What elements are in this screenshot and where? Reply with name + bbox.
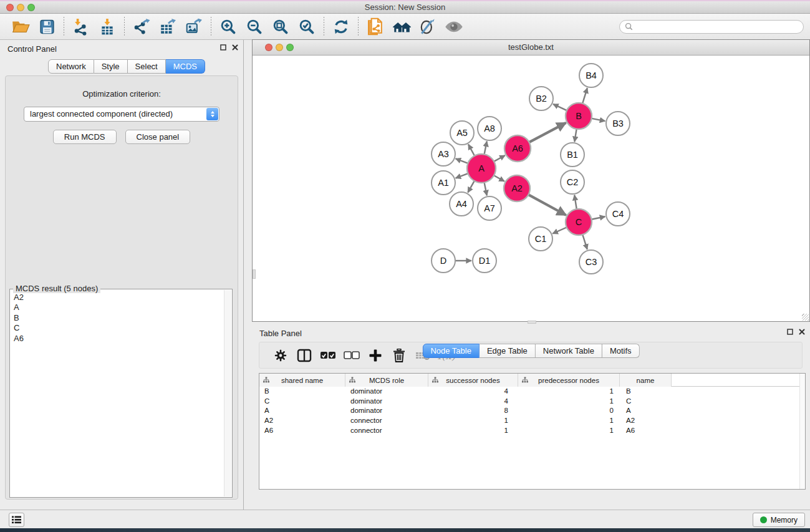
graph-node[interactable]: A8 [478,117,501,140]
tab-edge-table[interactable]: Edge Table [480,344,536,358]
tab-mcds[interactable]: MCDS [166,59,205,74]
open-session-button[interactable] [7,16,34,38]
zoom-window-button[interactable] [27,4,35,11]
zoom-selected-button[interactable] [294,16,320,38]
network-from-file-button[interactable] [362,16,388,38]
close-window-button[interactable] [6,4,14,11]
horizontal-scrollbar-thumb[interactable] [528,321,536,324]
eye-icon [444,19,464,35]
graph-node[interactable]: B3 [606,112,630,135]
result-scrollbar[interactable] [224,290,231,496]
graph-edge[interactable] [553,104,567,110]
graph-edge[interactable] [582,88,587,104]
zoom-fit-button[interactable] [268,16,294,38]
graph-node[interactable]: A7 [478,196,501,220]
graph-edge[interactable] [494,175,504,181]
graph-node[interactable]: C3 [579,250,603,274]
graph-node[interactable]: B1 [561,143,584,167]
select-all-button[interactable] [316,344,340,367]
close-panel-icon[interactable] [799,329,805,335]
graph-edge[interactable] [529,123,566,142]
graph-node[interactable]: A [467,154,496,183]
graph-node[interactable]: D1 [473,249,496,273]
graph-node-label: A [478,163,485,173]
graph-node[interactable]: A5 [450,121,474,145]
show-column-button[interactable] [292,344,316,367]
float-panel-icon[interactable] [787,329,793,335]
deselect-all-button[interactable] [340,344,364,367]
graph-node-label: A4 [456,199,467,209]
graph-edge[interactable] [485,183,487,196]
import-table-button[interactable] [94,16,120,38]
graph-edge[interactable] [456,158,468,163]
export-table-button[interactable] [155,16,181,38]
tab-network-table[interactable]: Network Table [536,344,602,358]
export-network-button[interactable] [128,16,155,38]
graph-edge[interactable] [582,235,587,249]
table-scrollbar[interactable] [799,374,805,489]
column-header[interactable]: shared name [259,374,345,387]
graph-node[interactable]: C2 [561,170,584,194]
graph-edge[interactable] [528,195,566,215]
zoom-in-button[interactable] [215,16,241,38]
export-network-icon [132,18,151,36]
delete-row-button[interactable] [387,344,411,367]
task-history-button[interactable] [9,513,24,527]
column-header-label: MCDS role [369,377,404,384]
graph-node[interactable]: C1 [529,227,552,251]
window-resize-grip[interactable] [802,314,809,321]
memory-button[interactable]: Memory [753,513,805,527]
graph-node[interactable]: A6 [504,135,531,162]
graph-node[interactable]: A3 [432,142,455,166]
graph-node[interactable]: A2 [504,175,530,201]
vertical-scrollbar-thumb[interactable] [253,269,256,279]
graph-node[interactable]: B [566,103,592,129]
save-session-button[interactable] [34,16,60,38]
tab-node-table[interactable]: Node Table [422,344,480,358]
minimize-window-button[interactable] [17,4,24,11]
graph-edge[interactable] [468,181,474,193]
zoom-network-window-button[interactable] [286,44,294,51]
graph-edge[interactable] [456,173,468,178]
tab-select[interactable]: Select [128,59,166,74]
export-image-button[interactable] [181,16,207,38]
hide-annotations-button[interactable] [415,16,441,38]
graph-edge[interactable] [494,155,505,162]
graph-node[interactable]: A1 [432,171,455,195]
tab-motifs[interactable]: Motifs [602,344,640,358]
graph-edge[interactable] [552,227,567,233]
graph-node[interactable]: D [432,249,455,273]
tab-style[interactable]: Style [94,59,128,74]
graph-edge[interactable] [574,195,577,210]
graph-node[interactable]: C4 [606,202,630,226]
add-row-button[interactable] [364,344,387,367]
graph-edge[interactable] [592,118,605,121]
float-panel-icon[interactable] [220,44,226,51]
graph-edge[interactable] [485,142,487,155]
criterion-select[interactable]: largest connected component (directed) [24,107,219,122]
graph-edge[interactable] [574,129,576,142]
run-mcds-button[interactable]: Run MCDS [53,130,117,144]
close-panel-button[interactable]: Close panel [125,130,191,144]
zoom-out-button[interactable] [241,16,268,38]
tab-network[interactable]: Network [48,59,94,74]
graph-node[interactable]: B2 [529,87,553,110]
graph-node[interactable]: C [566,209,592,235]
search-input[interactable] [636,22,798,31]
graph-node[interactable]: B4 [579,64,603,87]
minimize-network-window-button[interactable] [276,44,283,51]
network-canvas[interactable]: B4B2BB3A8A5A6A3B1AC2A1A2A4A7C4CC1DD1C3 [253,56,809,317]
column-header[interactable]: MCDS role [345,374,428,387]
zoom-selected-icon [298,18,316,36]
import-network-button[interactable] [68,16,94,38]
close-network-window-button[interactable] [265,44,272,51]
column-settings-button[interactable] [269,344,292,367]
graph-edge[interactable] [468,144,475,155]
home-layout-button[interactable] [388,16,415,38]
graph-node[interactable]: A4 [450,192,473,216]
refresh-view-button[interactable] [328,16,354,38]
close-panel-icon[interactable] [232,44,238,51]
search-field[interactable] [619,20,804,34]
graph-edge[interactable] [592,216,605,220]
show-graphics-details-button[interactable] [441,16,467,38]
